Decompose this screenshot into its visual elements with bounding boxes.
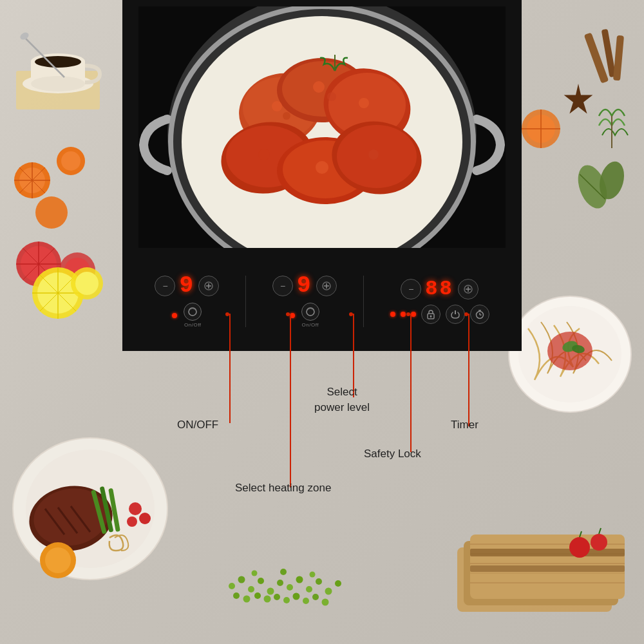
control-group-timer: − 88 <box>390 279 489 324</box>
svg-point-122 <box>283 112 290 120</box>
power-button[interactable] <box>446 305 465 324</box>
control-top-right: − 9 <box>272 274 337 298</box>
svg-point-123 <box>313 81 325 93</box>
svg-point-125 <box>359 98 369 108</box>
separator-1 <box>245 276 246 327</box>
indicator-dot-timer-3 <box>411 312 416 317</box>
timer-dot <box>464 312 468 316</box>
display-right: 9 <box>297 274 312 298</box>
heating-zone-dot <box>286 312 290 316</box>
onoff-icon-right <box>301 303 319 321</box>
control-group-left: − 9 On/Off <box>155 274 219 328</box>
onoff-label: ON/OFF <box>177 419 218 431</box>
power-level-dot <box>349 312 353 316</box>
decrease-button-left[interactable]: − <box>155 276 175 296</box>
indicator-dot-timer-1 <box>390 312 395 317</box>
display-timer: 88 <box>425 279 453 299</box>
indicator-dot-left <box>172 313 177 318</box>
control-bottom-timer <box>390 305 489 324</box>
timer-button[interactable] <box>470 305 489 324</box>
heating-zone-line <box>290 314 291 488</box>
heating-zone-label: Select heating zone <box>235 482 331 495</box>
svg-point-124 <box>327 92 336 101</box>
control-bottom-right: On/Off <box>290 303 319 328</box>
decrease-button-timer[interactable]: − <box>401 279 421 299</box>
increase-button-right[interactable] <box>316 276 337 296</box>
svg-point-127 <box>316 161 328 174</box>
indicator-dot-timer-2 <box>401 312 406 317</box>
onoff-label-left: On/Off <box>184 322 201 328</box>
safety-lock-label: Safety Lock <box>364 448 421 460</box>
controls-panel: − 9 On/Off − 9 <box>122 251 522 351</box>
decrease-button-right[interactable]: − <box>272 276 293 296</box>
display-left: 9 <box>179 274 194 298</box>
safety-lock-dot <box>406 312 410 316</box>
increase-button-left[interactable] <box>198 276 219 296</box>
power-level-label: Select power level <box>314 384 370 415</box>
control-top-left: − 9 <box>155 274 219 298</box>
increase-button-timer[interactable] <box>458 279 478 299</box>
onoff-button-right[interactable]: On/Off <box>301 303 319 328</box>
food-photo <box>138 6 506 248</box>
safety-lock-button[interactable] <box>421 305 440 324</box>
onoff-annotation-line <box>229 314 231 423</box>
timer-label: Timer <box>451 419 478 431</box>
onoff-label-right: On/Off <box>302 322 319 328</box>
control-top-timer: − 88 <box>401 279 478 299</box>
safety-lock-line <box>410 314 412 452</box>
separator-2 <box>363 276 364 327</box>
control-bottom-left: On/Off <box>172 303 202 328</box>
svg-point-126 <box>258 149 270 160</box>
onoff-button-left[interactable]: On/Off <box>184 303 202 328</box>
onoff-icon-left <box>184 303 202 321</box>
onoff-annotation-dot <box>225 312 229 316</box>
svg-point-128 <box>368 149 379 160</box>
control-group-right: − 9 On/Off <box>272 274 337 328</box>
timer-line <box>468 314 469 426</box>
svg-point-121 <box>272 101 282 111</box>
